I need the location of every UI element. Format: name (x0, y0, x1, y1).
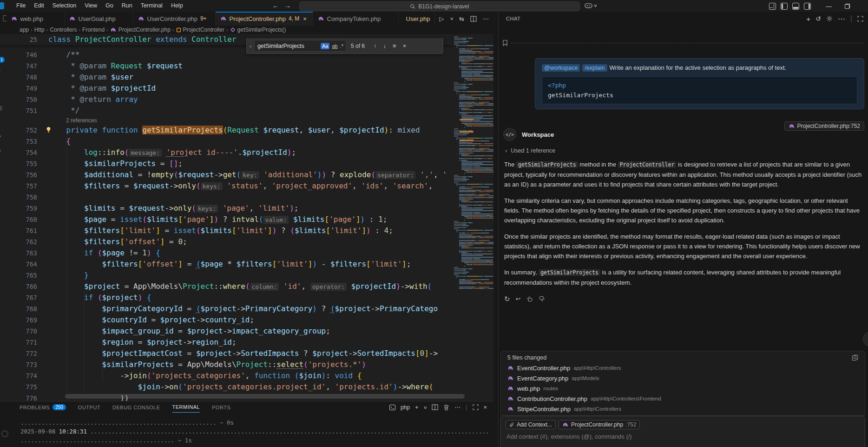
regex-toggle[interactable]: .* (340, 43, 343, 49)
menu-go[interactable]: Go (101, 0, 118, 12)
toggle-panel-icon[interactable] (792, 3, 799, 10)
code-line[interactable]: 774 ->join('projects_categories', functi… (0, 370, 452, 381)
changed-file-row[interactable]: EventController.phpapp\Http\Controllers (501, 363, 865, 373)
tab-projectcontroller.php[interactable]: ProjectController.php4, M× (216, 12, 313, 26)
command-center-search[interactable]: B1G1-design-laravel (299, 1, 580, 11)
chat-more-icon[interactable]: ⋯ (838, 14, 845, 23)
minimap[interactable] (453, 34, 493, 401)
changed-file-row[interactable]: EventCategory.phpapp\Models (501, 373, 865, 383)
find-input[interactable] (255, 43, 321, 49)
breadcrumb-item-controllers[interactable]: Controllers (50, 27, 77, 33)
code-line[interactable]: 748 * @param $user (0, 72, 452, 83)
breadcrumb-item-getsimilarprojects[interactable]: getSimilarProjects() (230, 27, 286, 33)
code-line[interactable]: 750 * @return array (0, 94, 452, 105)
used-references[interactable]: › Used 1 reference (505, 147, 555, 154)
breadcrumb-item-projectcontroller[interactable]: ProjectController (176, 27, 224, 33)
panel-tab-ports[interactable]: PORTS (212, 404, 230, 413)
panel-tab-terminal[interactable]: TERMINAL (172, 404, 200, 413)
split-editor-icon[interactable] (470, 16, 477, 22)
vscode-logo[interactable] (0, 2, 4, 9)
terminal-profile-icon[interactable] (389, 405, 395, 410)
close-panel-icon[interactable]: × (484, 404, 487, 411)
terminal-dropdown-icon[interactable]: ∨ (423, 405, 427, 410)
maximize-panel-icon[interactable] (473, 404, 479, 410)
terminal-output[interactable]: ........................................… (20, 418, 490, 447)
thumbs-up-icon[interactable] (526, 295, 533, 302)
prompt-attachment-chip[interactable]: ProjectController.php:752 (784, 121, 864, 131)
view-diff-icon[interactable] (852, 354, 858, 361)
code-line[interactable]: 765 } (0, 270, 452, 281)
code-line[interactable]: 772 $projectImpactCost = $project->Sorte… (0, 348, 452, 359)
code-line[interactable]: 751 */ (0, 105, 452, 116)
code-line[interactable]: 755 $similarProjects = []; (0, 158, 452, 169)
code-editor[interactable]: 746 /**747 * @param Request $request748 … (0, 34, 493, 401)
match-case-toggle[interactable]: Aa (321, 43, 329, 49)
code-line[interactable]: 764 $filters['offset'] = ($page * $filte… (0, 259, 452, 270)
changed-file-row[interactable]: StripeController.phpapp\Http\Controllers (501, 404, 865, 414)
code-line[interactable]: 769 $countryId = $project->country_id; (0, 314, 452, 326)
close-tab-icon[interactable]: × (303, 15, 307, 22)
code-line[interactable]: 752 private function getSimilarProjects(… (0, 125, 452, 136)
expand-chat-icon[interactable] (857, 16, 863, 22)
panel-tab-output[interactable]: OUTPUT (78, 404, 100, 413)
run-button[interactable]: ▷ (440, 15, 444, 22)
more-actions-icon[interactable]: ⋯ (483, 15, 489, 22)
changed-file-row[interactable]: web.phproutes (501, 383, 865, 394)
menu-view[interactable]: View (80, 0, 101, 12)
activity-icon-partial[interactable]: ⌖ (0, 133, 1, 140)
terminal-command-decoration[interactable] (1, 430, 8, 437)
restore-button[interactable] (845, 4, 850, 9)
regenerate-icon[interactable]: ↻ (504, 294, 510, 304)
explain-chip[interactable]: /explain (582, 64, 607, 72)
panel-tab-problems[interactable]: PROBLEMS250 (20, 404, 66, 413)
customize-layout-icon[interactable] (769, 3, 776, 10)
toggle-secondary-sideb​ar-icon[interactable] (804, 3, 811, 10)
activity-icon-partial[interactable]: ⚿ (0, 105, 2, 112)
code-line[interactable]: 762 $filters['offset'] = 0; (0, 236, 452, 247)
whole-word-toggle[interactable]: ab (332, 43, 337, 49)
codelens[interactable]: 2 references (66, 116, 97, 125)
code-line[interactable]: 767 if ($project) { (0, 292, 452, 303)
menu-terminal[interactable]: Terminal (137, 0, 167, 12)
new-chat-icon[interactable]: + (806, 15, 810, 23)
scroll-down-button[interactable]: ∨ (863, 332, 868, 347)
code-line[interactable]: 759 $limits = $request->only(keys: 'page… (0, 203, 452, 214)
activity-icon-partial[interactable]: › (0, 68, 0, 74)
breadcrumb-item-app[interactable]: app (20, 27, 29, 33)
menu-run[interactable]: Run (118, 0, 137, 12)
code-line[interactable]: 771 $region = $project->region_id; (0, 337, 452, 348)
minimize-button[interactable]: — (826, 3, 832, 10)
input-chip-projectcontrollerphp[interactable]: ProjectController.php:752 (559, 420, 640, 429)
code-line[interactable]: 753 { (0, 136, 452, 147)
undo-icon[interactable]: ↩ (516, 294, 521, 304)
find-expand-icon[interactable]: › (247, 43, 254, 49)
find-close-icon[interactable]: × (403, 42, 407, 49)
menu-file[interactable]: File (12, 0, 30, 12)
nav-back-icon[interactable]: ← (272, 0, 279, 12)
find-in-selection-icon[interactable]: ≡ (393, 42, 396, 49)
toggle-sidebar-icon[interactable] (781, 3, 788, 10)
code-line[interactable]: 757 $filters = $request->only(keys: 'sta… (0, 180, 452, 192)
tab-usercontroller.php[interactable]: UserController.php9+ (133, 12, 216, 26)
gear-icon[interactable] (826, 15, 833, 22)
compare-changes-icon[interactable]: ⇆ (459, 15, 464, 22)
tab-usergoal.php[interactable]: UserGoal.php (65, 12, 133, 26)
split-terminal-icon[interactable] (432, 404, 438, 410)
code-line[interactable]: 760 $page = isset($limits['page']) ? int… (0, 214, 452, 225)
menu-help[interactable]: Help (167, 0, 187, 12)
menu-selection[interactable]: Selection (48, 0, 80, 12)
nav-forward-icon[interactable]: → (284, 0, 291, 12)
code-line[interactable]: 758 (0, 192, 452, 203)
activity-icon-partial[interactable]: / (0, 149, 0, 155)
tab-user.php[interactable]: User.php (399, 12, 435, 26)
code-line[interactable]: 768 $primaryCategoryId = ($project->Prim… (0, 303, 452, 314)
kill-terminal-icon[interactable] (443, 404, 449, 411)
code-line[interactable]: 763 if ($page != 1) { (0, 247, 452, 259)
code-line[interactable]: 766 $project = App\Models\Project::where… (0, 281, 452, 292)
find-previous-icon[interactable]: ↑ (374, 42, 377, 49)
chat-input[interactable]: Add Context...ProjectController.php:752 … (500, 416, 865, 447)
bookmark-icon[interactable] (502, 40, 508, 47)
panel-more-icon[interactable]: ⋯ (454, 404, 460, 411)
input-chip-addcontext[interactable]: Add Context... (506, 420, 556, 429)
new-terminal-icon[interactable]: + (415, 404, 419, 411)
